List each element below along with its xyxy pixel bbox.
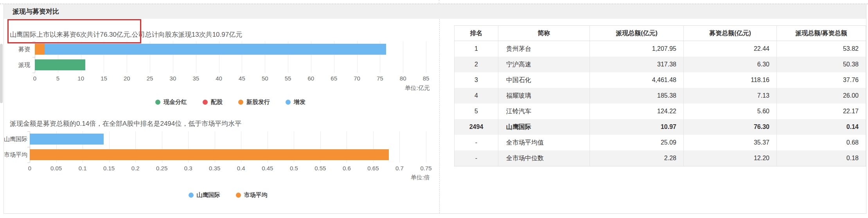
x-tick-label: 65 (331, 75, 337, 82)
cell-dividend-total: 25.09 (590, 135, 684, 150)
dividend-vs-fundraising-panel: 派现与募资对比 山鹰国际上市以来募资6次共计76.30亿元,公司总计向股东派现1… (4, 4, 866, 214)
gridline (399, 131, 400, 163)
x-tick-label: 85 (423, 75, 430, 82)
x-tick-label: 0.3 (184, 165, 192, 172)
axis-tick (27, 147, 30, 147)
x-tick-label: 0.05 (50, 165, 62, 172)
cell-rank: 2494 (455, 119, 498, 135)
legend-item-市场平均[interactable]: 市场平均 (236, 191, 268, 199)
annotation-red-box (7, 19, 141, 43)
cell-raised-total: 5.60 (684, 104, 777, 119)
legend-item-配股[interactable]: 配股 (203, 98, 223, 106)
cell-rank: - (455, 150, 498, 166)
table-row: 4福耀玻璃185.387.1326.00 (455, 88, 866, 104)
cell-rank: - (455, 135, 498, 150)
x-tick-label: 0.25 (156, 165, 167, 172)
ranking-table: 排名简称派现总额(亿元)募资总额(亿元)派现总额/募资总额 1贵州茅台1,207… (454, 25, 866, 166)
chart2-legend: 山鹰国际市场平均 (30, 191, 426, 199)
category-label: 募资 (4, 41, 30, 57)
cell-dividend-total: 185.38 (590, 88, 684, 104)
x-tick-label: 0.4 (237, 165, 245, 172)
chart1-unit-label: 单位:亿元 (344, 84, 430, 92)
gridline (426, 41, 426, 73)
x-tick-label: 15 (101, 75, 107, 82)
cell-ratio: 37.76 (777, 72, 866, 88)
table-row: -全市场平均值25.0935.370.68 (455, 135, 866, 150)
vertical-scrollbar-thumb[interactable] (0, 44, 3, 103)
legend-label: 新股发行 (246, 98, 270, 106)
cell-name: 中国石化 (498, 72, 590, 88)
bar-山鹰国际-山鹰国际[interactable] (30, 134, 104, 145)
bar-派现-现金分红[interactable] (35, 59, 85, 70)
cell-name: 山鹰国际 (498, 119, 590, 135)
legend-dot (236, 193, 241, 198)
cell-dividend-total: 124.22 (590, 104, 684, 119)
cell-dividend-total: 2.28 (590, 150, 684, 166)
table-row: -全市场中位数2.2812.200.18 (455, 150, 866, 166)
section-title: 派现与募资对比 (13, 4, 59, 19)
panel-vertical-divider (439, 19, 440, 213)
column-header: 派现总额/募资总额 (777, 26, 866, 41)
category-label: 山鹰国际 (4, 131, 25, 147)
x-tick-label: 0 (28, 165, 31, 172)
x-tick-label: 0.7 (395, 165, 404, 172)
cell-raised-total: 35.37 (684, 135, 777, 150)
legend-item-增发[interactable]: 增发 (286, 98, 306, 106)
cell-ratio: 0.68 (777, 135, 866, 150)
chart1-legend: 现金分红配股新股发行增发 (35, 98, 426, 106)
cell-raised-total: 118.16 (684, 72, 777, 88)
cell-ratio: 53.82 (777, 41, 866, 57)
cell-raised-total: 76.30 (684, 119, 777, 135)
ranking-table-header: 排名简称派现总额(亿元)募资总额(亿元)派现总额/募资总额 (455, 26, 866, 41)
dividend-vs-fundraising-screen: 派现与募资对比 山鹰国际上市以来募资6次共计76.30亿元,公司总计向股东派现1… (0, 0, 868, 218)
x-tick-label: 0.6 (343, 165, 351, 172)
x-tick-label: 70 (354, 75, 360, 82)
legend-item-新股发行[interactable]: 新股发行 (238, 98, 270, 106)
x-tick-label: 20 (124, 75, 130, 82)
x-tick-label: 0.55 (314, 165, 326, 172)
x-tick-label: 75 (377, 75, 383, 82)
bar-募资-新股发行[interactable] (35, 44, 45, 55)
cell-raised-total: 22.44 (684, 41, 777, 57)
cell-name: 全市场平均值 (498, 135, 590, 150)
category-label: 派现 (4, 57, 30, 73)
axis-tick (27, 131, 30, 132)
gridline (403, 41, 403, 73)
cell-name: 江铃汽车 (498, 104, 590, 119)
x-tick-label: 80 (400, 75, 406, 82)
cell-dividend-total: 4,461.48 (590, 72, 684, 88)
cell-ratio: 0.18 (777, 150, 866, 166)
table-row: 1贵州茅台1,207.9522.4453.82 (455, 41, 866, 57)
fundraising-vs-dividend-chart: 0510152025303540455055606570758085募资派现 (4, 41, 438, 86)
ratio-comparison-chart: 00.050.10.150.20.250.30.350.40.450.50.55… (4, 131, 438, 176)
cell-rank: 3 (455, 72, 498, 88)
section-title-bar: 派现与募资对比 (4, 4, 866, 19)
cell-ratio: 50.38 (777, 57, 866, 72)
cell-raised-total: 7.13 (684, 88, 777, 104)
column-header: 募资总额(亿元) (684, 26, 777, 41)
legend-item-山鹰国际[interactable]: 山鹰国际 (189, 191, 220, 199)
x-tick-label: 0.75 (420, 165, 431, 172)
cell-ratio: 0.14 (777, 119, 866, 135)
x-tick-label: 55 (285, 75, 291, 82)
table-row: 2494山鹰国际10.9776.300.14 (455, 119, 866, 135)
legend-label: 现金分红 (164, 98, 187, 106)
chart2-unit-label: 单位:倍 (344, 174, 430, 181)
ratio-summary-text: 派现金额是募资总额的0.14倍，在全部A股中排名是2494位，低于市场平均水平 (10, 119, 241, 128)
bar-市场平均-市场平均[interactable] (30, 149, 389, 160)
cell-raised-total: 6.30 (684, 57, 777, 72)
x-tick-label: 45 (239, 75, 245, 82)
bar-募资-增发[interactable] (45, 44, 386, 55)
x-tick-label: 25 (147, 75, 153, 82)
legend-item-现金分红[interactable]: 现金分红 (155, 98, 187, 106)
axis-tick (32, 57, 35, 57)
legend-dot (238, 100, 243, 105)
legend-dot (203, 100, 208, 105)
legend-dot (286, 100, 291, 105)
x-tick-label: 10 (77, 75, 84, 82)
axis-tick (32, 73, 35, 73)
gridline (426, 131, 426, 163)
x-tick-label: 0.5 (290, 165, 298, 172)
axis-tick (27, 163, 30, 163)
cell-rank: 4 (455, 88, 498, 104)
